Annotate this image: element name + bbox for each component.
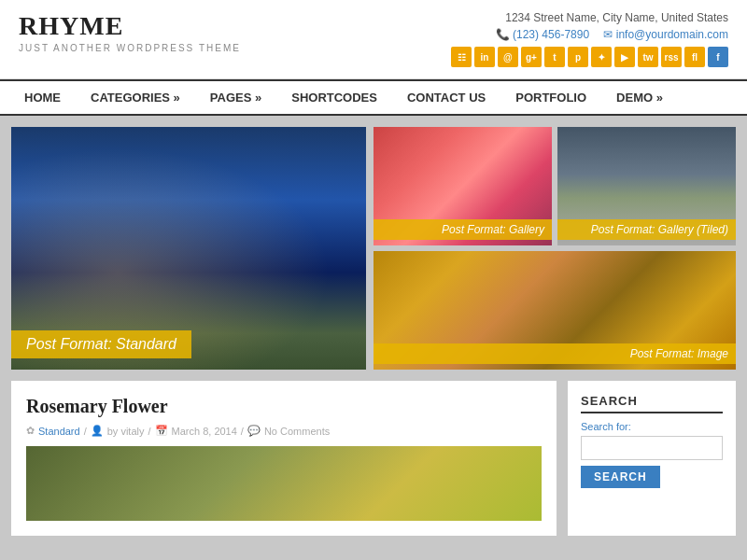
category-icon: ✿ <box>26 425 35 437</box>
featured-image-post[interactable]: Post Format: Image <box>374 251 736 370</box>
social-flickr[interactable]: fl <box>684 47 705 67</box>
nav-home[interactable]: HOME <box>9 81 76 114</box>
comment-icon: 💬 <box>247 425 261 437</box>
post-meta: ✿ Standard / 👤 by vitaly / 📅 March 8, 20… <box>26 425 542 437</box>
nav-portfolio[interactable]: PORTFOLIO <box>500 81 601 114</box>
social-gplus[interactable]: g+ <box>521 47 542 67</box>
main-content: Rosemary Flower ✿ Standard / 👤 by vitaly… <box>11 381 557 536</box>
user-icon: 👤 <box>91 425 104 437</box>
bottom-area: Rosemary Flower ✿ Standard / 👤 by vitaly… <box>11 381 736 536</box>
site-tagline: JUST ANOTHER WORDPRESS THEME <box>19 43 241 53</box>
contact-links: 📞 (123) 456-7890 ✉ info@yourdomain.com <box>451 28 728 41</box>
featured-grid: Post Format: Standard Post Format: Galle… <box>11 127 736 370</box>
social-instagram[interactable]: ☷ <box>451 47 472 67</box>
post-comments: No Comments <box>264 426 330 437</box>
calendar-icon: 📅 <box>155 425 168 437</box>
nav-shortcodes[interactable]: SHORTCODES <box>276 81 392 114</box>
nav-contact[interactable]: CONTACT US <box>392 81 500 114</box>
sidebar: SEARCH Search for: SEARCH <box>568 381 736 536</box>
social-facebook[interactable]: f <box>708 47 728 67</box>
post-author: by vitaly <box>107 426 145 437</box>
post-date: March 8, 2014 <box>172 426 237 437</box>
featured-gallery-post[interactable]: Post Format: Gallery <box>374 127 552 245</box>
social-rss[interactable]: rss <box>661 47 682 67</box>
featured-right-grid: Post Format: Gallery Post Format: Galler… <box>374 127 736 370</box>
social-youtube[interactable]: ▶ <box>614 47 635 67</box>
phone-link[interactable]: 📞 (123) 456-7890 <box>496 28 589 41</box>
featured-main-post[interactable]: Post Format: Standard <box>11 127 366 370</box>
meta-sep2: / <box>148 426 150 437</box>
social-at[interactable]: @ <box>498 47 518 67</box>
logo-area: RHYME JUST ANOTHER WORDPRESS THEME <box>19 11 241 53</box>
gallery-label: Post Format: Gallery <box>374 219 552 240</box>
image-post-label: Post Format: Image <box>374 343 736 364</box>
contact-area: 1234 Street Name, City Name, United Stat… <box>451 11 728 67</box>
email-link[interactable]: ✉ info@yourdomain.com <box>603 28 728 41</box>
social-linkedin[interactable]: in <box>474 47 495 67</box>
social-star[interactable]: ✦ <box>591 47 612 67</box>
site-logo[interactable]: RHYME <box>19 11 241 41</box>
meta-sep3: / <box>241 426 244 437</box>
featured-gallery-tiled-post[interactable]: Post Format: Gallery (Tiled) <box>557 127 736 245</box>
nav-categories[interactable]: CATEGORIES » <box>76 81 195 114</box>
site-header: RHYME JUST ANOTHER WORDPRESS THEME 1234 … <box>0 0 747 79</box>
post-title: Rosemary Flower <box>26 396 542 417</box>
main-nav: HOME CATEGORIES » PAGES » SHORTCODES CON… <box>0 79 747 116</box>
nav-demo[interactable]: DEMO » <box>601 81 678 114</box>
post-category[interactable]: Standard <box>38 426 80 437</box>
search-label: Search for: <box>581 421 723 432</box>
social-icons-bar: ☷ in @ g+ t p ✦ ▶ tw rss fl f <box>451 47 728 67</box>
featured-main-label: Post Format: Standard <box>11 330 191 358</box>
meta-sep1: / <box>84 426 87 437</box>
address-text: 1234 Street Name, City Name, United Stat… <box>451 11 728 24</box>
post-thumbnail[interactable] <box>26 446 542 521</box>
search-title: SEARCH <box>581 394 723 413</box>
gallery-tiled-label: Post Format: Gallery (Tiled) <box>557 219 736 240</box>
nav-pages[interactable]: PAGES » <box>195 81 276 114</box>
main-wrapper: Post Format: Standard Post Format: Galle… <box>0 116 747 547</box>
social-pinterest[interactable]: p <box>568 47 588 67</box>
search-button[interactable]: SEARCH <box>581 466 660 488</box>
search-input[interactable] <box>581 436 723 460</box>
social-tumblr[interactable]: t <box>544 47 565 67</box>
social-twitter[interactable]: tw <box>638 47 658 67</box>
